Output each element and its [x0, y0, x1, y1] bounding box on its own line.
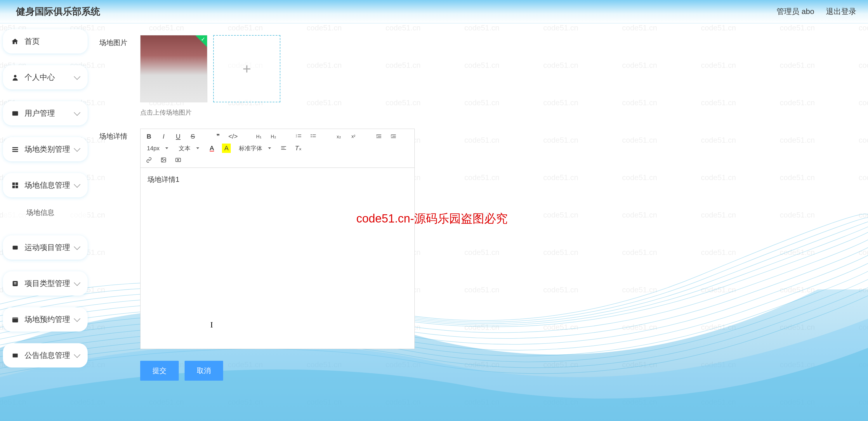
- upload-area: +: [140, 35, 280, 102]
- svg-rect-1: [12, 111, 18, 115]
- submit-button[interactable]: 提交: [140, 361, 179, 381]
- bell-icon: [11, 352, 19, 360]
- calendar-icon: [11, 315, 19, 324]
- italic-button[interactable]: I: [159, 132, 168, 141]
- svg-point-0: [14, 75, 17, 78]
- svg-rect-7: [12, 186, 15, 188]
- text-color-button[interactable]: A: [207, 144, 216, 153]
- header-actions: 管理员 abo 退出登录: [777, 6, 856, 17]
- uploaded-thumbnail[interactable]: [140, 35, 207, 102]
- code-button[interactable]: </>: [228, 132, 238, 141]
- sidebar-item-reservation[interactable]: 场地预约管理: [3, 307, 88, 332]
- h2-button[interactable]: H₂: [269, 132, 278, 141]
- sidebar-item-sports[interactable]: 运动项目管理: [3, 235, 88, 260]
- svg-rect-14: [12, 317, 18, 319]
- align-button[interactable]: [279, 144, 288, 153]
- app-title: 健身国际俱乐部系统: [16, 5, 100, 18]
- sidebar-item-announcement[interactable]: 公告信息管理: [3, 343, 88, 367]
- svg-rect-3: [12, 149, 18, 150]
- superscript-button[interactable]: x²: [349, 132, 358, 141]
- bg-color-button[interactable]: A: [222, 144, 231, 153]
- sidebar-item-label: 场地信息管理: [25, 180, 70, 190]
- plus-icon: +: [242, 60, 251, 77]
- upload-add-button[interactable]: +: [213, 35, 280, 102]
- unordered-list-button[interactable]: [309, 132, 318, 141]
- h1-button[interactable]: H₁: [254, 132, 263, 141]
- users-icon: [11, 109, 19, 117]
- outdent-button[interactable]: [374, 132, 383, 141]
- image-button[interactable]: [159, 155, 168, 165]
- indent-button[interactable]: [389, 132, 398, 141]
- sidebar-item-project-type[interactable]: 项目类型管理: [3, 271, 88, 296]
- header-bar: 健身国际俱乐部系统 管理员 abo 退出登录: [0, 0, 868, 23]
- svg-rect-4: [12, 151, 18, 152]
- user-icon: [11, 74, 19, 82]
- underline-button[interactable]: U: [174, 132, 183, 141]
- list-icon: [11, 145, 19, 153]
- subscript-button[interactable]: x₂: [334, 132, 343, 141]
- svg-rect-11: [14, 282, 17, 283]
- clear-format-button[interactable]: Tₓ: [294, 144, 303, 153]
- svg-rect-23: [312, 137, 316, 137]
- format-select[interactable]: 文本: [177, 144, 202, 152]
- sidebar-subitem-venue-info[interactable]: 场地信息: [3, 201, 88, 224]
- svg-text:2: 2: [296, 136, 297, 138]
- home-icon: [11, 37, 19, 46]
- font-family-select[interactable]: 标准字体: [237, 144, 273, 152]
- svg-rect-27: [391, 135, 396, 135]
- admin-label[interactable]: 管理员 abo: [777, 6, 814, 17]
- sidebar-item-label: 场地预约管理: [25, 314, 70, 325]
- sidebar-item-label: 场地类别管理: [25, 144, 70, 155]
- sidebar-item-venue-info[interactable]: 场地信息管理: [3, 173, 88, 197]
- logout-link[interactable]: 退出登录: [826, 6, 856, 17]
- form-row-image: 场地图片 +: [99, 35, 859, 102]
- video-button[interactable]: [174, 155, 183, 165]
- editor-content[interactable]: 场地详情1: [140, 168, 415, 349]
- svg-rect-17: [298, 135, 301, 135]
- svg-rect-8: [16, 186, 18, 188]
- upload-hint-text: 点击上传场地图片: [140, 108, 859, 117]
- svg-rect-21: [312, 135, 316, 135]
- svg-rect-31: [281, 148, 285, 148]
- svg-rect-29: [391, 137, 396, 138]
- sidebar-item-label: 项目类型管理: [25, 278, 70, 288]
- cancel-button[interactable]: 取消: [185, 361, 223, 381]
- main-content: 场地图片 + 点击上传场地图片 场地详情 B I U S ❞ </> H₁ H₂: [99, 35, 859, 381]
- sidebar-item-label: 个人中心: [25, 72, 55, 82]
- sidebar-item-venue-category[interactable]: 场地类别管理: [3, 137, 88, 161]
- svg-rect-19: [298, 137, 301, 137]
- sidebar-item-profile[interactable]: 个人中心: [3, 65, 88, 89]
- svg-point-22: [311, 136, 312, 137]
- svg-rect-26: [376, 137, 381, 138]
- sidebar-item-label: 公告信息管理: [25, 350, 70, 361]
- svg-rect-2: [12, 147, 18, 148]
- detail-field-label: 场地详情: [99, 129, 140, 141]
- sidebar-item-label: 用户管理: [25, 108, 55, 118]
- rich-editor: B I U S ❞ </> H₁ H₂ 12 x₂ x²: [140, 129, 415, 349]
- svg-rect-12: [14, 284, 17, 284]
- sidebar-item-label: 运动项目管理: [25, 242, 70, 253]
- sidebar-nav: 首页 个人中心 用户管理 场地类别管理 场地信息管理 场地信息 运动项目管理: [3, 29, 88, 379]
- svg-rect-30: [281, 146, 286, 147]
- svg-rect-5: [12, 183, 15, 185]
- quote-button[interactable]: ❞: [214, 132, 222, 141]
- editor-toolbar: B I U S ❞ </> H₁ H₂ 12 x₂ x²: [140, 129, 415, 168]
- svg-point-34: [162, 159, 163, 159]
- sidebar-item-users[interactable]: 用户管理: [3, 101, 88, 125]
- link-button[interactable]: [145, 155, 153, 165]
- font-size-select[interactable]: 14px: [145, 145, 170, 152]
- form-actions: 提交 取消: [140, 361, 859, 381]
- svg-rect-6: [16, 183, 18, 185]
- svg-rect-24: [376, 135, 381, 135]
- ordered-list-button[interactable]: 12: [294, 132, 303, 141]
- bold-button[interactable]: B: [145, 132, 153, 141]
- svg-rect-9: [12, 246, 18, 249]
- strike-button[interactable]: S: [188, 132, 197, 141]
- activity-icon: [11, 244, 19, 252]
- form-row-detail: 场地详情 B I U S ❞ </> H₁ H₂ 12: [99, 129, 859, 349]
- image-field-label: 场地图片: [99, 35, 140, 47]
- svg-rect-28: [392, 136, 396, 137]
- svg-point-20: [311, 135, 312, 135]
- svg-rect-25: [378, 136, 381, 137]
- sidebar-item-home[interactable]: 首页: [3, 29, 88, 54]
